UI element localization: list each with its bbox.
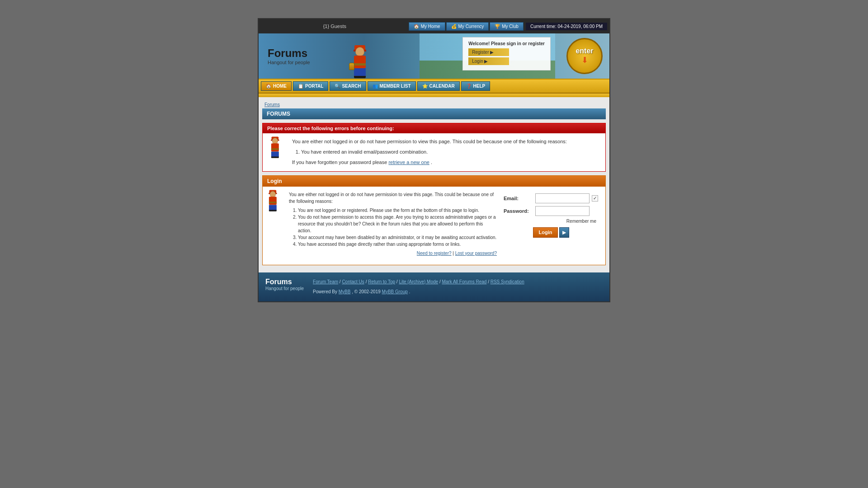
email-label: Email: xyxy=(504,196,533,201)
footer-nav-links: Forum Team / Contact Us / Return to Top … xyxy=(313,278,603,286)
home-icon: 🏠 xyxy=(414,24,419,29)
footer-copyright: Powered By MyBB , © 2002-2019 MyBB Group… xyxy=(313,288,603,296)
my-home-button[interactable]: 🏠 My Home xyxy=(409,22,445,31)
contact-us-link[interactable]: Contact Us xyxy=(342,279,364,284)
footer-area: Forums Hangout for people Forum Team / C… xyxy=(259,272,609,301)
register-button[interactable]: Register ▶ xyxy=(468,48,509,56)
email-checkbox[interactable]: ✓ xyxy=(592,195,598,202)
guests-section: {1} Guests xyxy=(261,23,409,29)
login-character-icon xyxy=(267,191,285,221)
char-shoes-right xyxy=(359,76,366,78)
error-intro: You are either not logged in or do not h… xyxy=(292,138,567,146)
portal-nav-icon: 📋 xyxy=(298,84,303,89)
remember-label: Remember me xyxy=(566,219,596,224)
mybb-link[interactable]: MyBB xyxy=(339,289,351,294)
email-input[interactable] xyxy=(535,193,590,203)
login-reason4: You have accessed this page directly rat… xyxy=(298,241,497,248)
header-area: Forums Hangout for people Welcome! Pleas… xyxy=(259,33,609,79)
footer-title: Forums xyxy=(265,278,304,286)
nav-portal[interactable]: 📋 PORTAL xyxy=(293,81,328,91)
login-links-row: Need to register? | Lost your password? xyxy=(289,248,497,260)
header-logo: Forums Hangout for people xyxy=(259,40,319,72)
my-club-button[interactable]: 🏆 My Club xyxy=(490,22,524,31)
login-reason-text: You are either not logged in or do not h… xyxy=(289,191,497,260)
search-nav-icon: 🔍 xyxy=(335,84,340,89)
password-input[interactable] xyxy=(535,206,590,216)
retrieve-password-link[interactable]: retrieve a new one xyxy=(388,160,429,165)
home-nav-icon: 🏠 xyxy=(266,84,271,89)
top-bar: {1} Guests 🏠 My Home 💰 My Currency 🏆 My … xyxy=(259,19,609,33)
enter-arrow-icon: ⬇ xyxy=(581,55,588,65)
footer-logo: Forums Hangout for people xyxy=(265,278,304,296)
calendar-nav-icon: ⭐ xyxy=(422,84,428,89)
help-nav-icon: ❓ xyxy=(466,84,472,89)
login-body: You are either not logged in or do not h… xyxy=(263,187,605,265)
forum-team-link[interactable]: Forum Team xyxy=(313,279,338,284)
char-body xyxy=(354,56,366,68)
forums-section-header: FORUMS xyxy=(262,108,606,119)
login-section-header: Login xyxy=(263,176,605,187)
mybb-group-link[interactable]: MyBB Group xyxy=(382,289,408,294)
error-box: Please correct the following errors befo… xyxy=(262,123,606,172)
error-header: Please correct the following errors befo… xyxy=(263,123,605,133)
login-submit-row: Login ▶ xyxy=(504,227,599,238)
char-legs xyxy=(354,68,366,76)
nav-search[interactable]: 🔍 SEARCH xyxy=(330,81,366,91)
powered-by-text: Powered By xyxy=(313,289,337,294)
login-submit-button[interactable]: Login xyxy=(533,227,558,238)
nav-memberlist[interactable]: 👥 MEMBER LIST xyxy=(368,81,416,91)
nav-calendar[interactable]: ⭐ CALENDAR xyxy=(417,81,460,91)
remember-row: Remember me xyxy=(504,219,599,224)
club-icon: 🏆 xyxy=(495,24,500,29)
login-arrow-button[interactable]: ▶ xyxy=(559,227,569,238)
login-box: Login xyxy=(262,175,606,265)
memberlist-nav-icon: 👥 xyxy=(373,84,378,89)
welcome-box: Welcome! Please sign in or register Regi… xyxy=(462,37,551,70)
nav-bar: 🏠 HOME 📋 PORTAL 🔍 SEARCH 👥 MEMBER LIST ⭐… xyxy=(259,79,609,94)
login-reason3: Your account may have been disabled by a… xyxy=(298,234,497,241)
email-row: Email: ✓ xyxy=(504,193,599,203)
enter-badge: enter ⬇ xyxy=(566,38,603,74)
currency-icon: 💰 xyxy=(451,24,457,29)
error-character-icon xyxy=(269,138,288,165)
welcome-text: Welcome! Please sign in or register xyxy=(468,41,545,46)
login-button[interactable]: Login ▶ xyxy=(468,57,509,65)
footer-subtitle: Hangout for people xyxy=(265,286,304,291)
password-label: Password: xyxy=(504,208,533,214)
password-row: Password: xyxy=(504,206,599,216)
error-retrieve-text: If you have forgotten your password plea… xyxy=(292,159,567,167)
login-left-content: You are either not logged in or do not h… xyxy=(267,191,497,260)
error-body: You are either not logged in or do not h… xyxy=(263,133,605,171)
main-content: Forums FORUMS Please correct the followi… xyxy=(259,97,609,272)
error-text-content: You are either not logged in or do not h… xyxy=(292,138,567,167)
nav-home[interactable]: 🏠 HOME xyxy=(261,81,292,91)
guests-label: {1} Guests xyxy=(323,23,346,29)
site-title: Forums xyxy=(268,47,310,60)
login-reason2: You do not have permission to access thi… xyxy=(298,214,497,234)
char-belt xyxy=(354,63,366,66)
error-reason1: You have entered an invalid email/passwo… xyxy=(301,148,567,156)
lite-mode-link[interactable]: Lite (Archive) Mode xyxy=(399,279,438,284)
site-subtitle: Hangout for people xyxy=(268,60,310,65)
my-currency-button[interactable]: 💰 My Currency xyxy=(446,22,489,31)
nav-help[interactable]: ❓ HELP xyxy=(461,81,491,91)
lost-password-link[interactable]: Lost your password? xyxy=(455,251,497,256)
yellow-divider xyxy=(259,94,609,97)
mark-all-read-link[interactable]: Mark All Forums Read xyxy=(442,279,486,284)
char-head xyxy=(355,47,364,56)
login-form: Email: ✓ Password: Remember me Login xyxy=(501,191,601,260)
return-to-top-link[interactable]: Return to Top xyxy=(368,279,395,284)
top-nav-buttons: 🏠 My Home 💰 My Currency 🏆 My Club xyxy=(409,22,524,31)
character-sprite xyxy=(351,47,368,79)
enter-text: enter xyxy=(576,47,593,55)
rss-link[interactable]: RSS Syndication xyxy=(491,279,524,284)
login-reason1: You are not logged in or registered. Ple… xyxy=(298,207,497,214)
need-register-link[interactable]: Need to register? xyxy=(417,251,452,256)
char-key xyxy=(349,63,354,70)
footer-links: Forum Team / Contact Us / Return to Top … xyxy=(313,278,603,296)
login-intro: You are either not logged in or do not h… xyxy=(289,191,497,205)
breadcrumb[interactable]: Forums xyxy=(262,101,606,108)
current-time: Current time: 04-24-2019, 06:00 PM xyxy=(526,23,607,30)
